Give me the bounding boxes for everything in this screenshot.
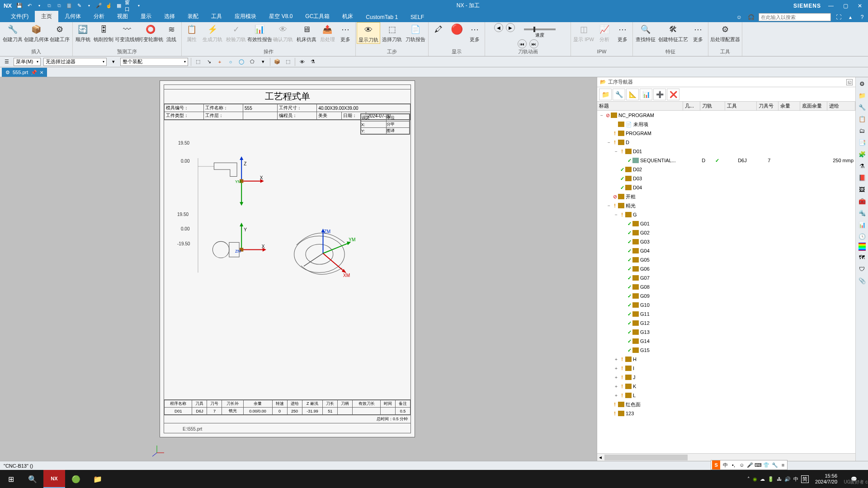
ime-menu[interactable]: ≡ [779, 462, 787, 468]
ext1-icon[interactable]: ✎ [75, 2, 83, 10]
col-stock[interactable]: 余量 [778, 102, 800, 110]
tray-vol-icon[interactable]: 🔊 [784, 476, 791, 482]
search-input[interactable] [759, 13, 831, 21]
dropdown-icon[interactable]: ▾ [35, 2, 43, 10]
minimize-button[interactable]: — [826, 2, 835, 9]
tree-row[interactable]: −⊘NC_PROGRAM [597, 111, 855, 120]
smiley-icon[interactable]: ☺ [735, 13, 743, 21]
ime-skin[interactable]: 👕 [762, 462, 770, 468]
ime-mic[interactable]: 🎤 [746, 462, 754, 468]
tray-ime1-icon[interactable]: 中 [793, 476, 798, 483]
tab-assembly[interactable]: 装配 [181, 11, 205, 22]
create-operation-button[interactable]: ⚙创建工序 [48, 22, 71, 43]
tab-geometry[interactable]: 几何体 [58, 11, 87, 22]
ime-punct[interactable]: •, [729, 462, 737, 468]
filter-combo[interactable]: 无选择过滤器▾ [43, 58, 107, 66]
ime-emoji[interactable]: ☺ [738, 462, 746, 468]
anim-prev-button[interactable]: ◀ [494, 23, 503, 32]
sel-icon-2[interactable]: ↘ [205, 58, 213, 66]
tray-nvidia-icon[interactable]: ◉ [753, 476, 757, 482]
copy-icon[interactable]: ⧉ [45, 2, 53, 10]
explorer-task-button[interactable]: 📁 [87, 470, 108, 488]
tray-ime2-icon[interactable]: 简 [801, 475, 809, 483]
tree-row[interactable]: ✓D04 [597, 183, 855, 192]
rb-10[interactable]: 🧰 [857, 196, 868, 206]
navigator-tree[interactable]: −⊘NC_PROGRAM📄 未用项!PROGRAM−!D−!D01✓SEQUEN… [597, 111, 855, 453]
graphics-viewport[interactable]: 工艺程式单 模具编号： 工件名称： 555 工件尺寸： 40.00X39.00X… [0, 77, 597, 461]
search-button[interactable]: 🔍 [22, 470, 43, 488]
tab-machine[interactable]: 机床 [336, 11, 359, 22]
col-path[interactable]: 刀轨 [700, 102, 725, 110]
feature-more-button[interactable]: ⋯更多 [689, 22, 707, 43]
layout-icon[interactable]: ▦ [115, 2, 123, 10]
rb-2[interactable]: 🔧 [857, 102, 868, 113]
rb-13[interactable]: 🕓 [857, 231, 868, 242]
sel-icon-11[interactable]: ⚗ [309, 58, 317, 66]
tree-row[interactable]: ✓G03 [597, 237, 855, 246]
rb-4[interactable]: 🗂 [857, 125, 868, 136]
menu-button[interactable]: 菜单(M)▾ [14, 58, 41, 66]
sel-icon-6[interactable]: ⬠ [248, 58, 256, 66]
sel-icon-7[interactable]: ▾ [259, 58, 267, 66]
fullscreen-icon[interactable]: ⛶ [835, 13, 843, 21]
tree-row[interactable]: !红色面 [597, 400, 855, 409]
rb-16[interactable]: 🛡 [857, 263, 868, 274]
sel-icon-10[interactable]: 👁 [298, 58, 306, 66]
taskbar-clock[interactable]: 15:56 2024/7/20UG爱好者 caoxuan [815, 473, 841, 485]
tree-row[interactable]: ✓G08 [597, 282, 855, 291]
undo-icon[interactable]: ↶ [25, 2, 33, 10]
tree-row[interactable]: ✓D02 [597, 165, 855, 174]
copy2-icon[interactable]: ⧉ [55, 2, 63, 10]
headset-icon[interactable]: 🎧 [747, 13, 755, 21]
nav-tool-1[interactable]: 📁 [599, 89, 612, 100]
toolpath-report-button[interactable]: 📄刀轨报告 [404, 22, 427, 43]
touch-icon[interactable]: ☝ [105, 2, 113, 10]
mic-icon[interactable]: 🎤 [95, 2, 103, 10]
tree-row[interactable]: !PROGRAM [597, 129, 855, 138]
tab-analysis[interactable]: 分析 [87, 11, 111, 22]
ime-toolbar[interactable]: S 中 •, ☺ 🎤 ⌨ 👕 🔧 ≡ [711, 460, 788, 470]
tree-row[interactable]: −!精光 [597, 201, 855, 210]
create-geometry-button[interactable]: 📦创建几何体 [24, 22, 48, 43]
tab-view[interactable]: 视图 [111, 11, 134, 22]
rb-7[interactable]: ⚗ [857, 160, 868, 171]
tree-row[interactable]: 📄 未用项 [597, 120, 855, 129]
sel-icon-4[interactable]: ○ [226, 58, 235, 66]
tree-row[interactable]: ⊘开粗 [597, 192, 855, 201]
ime-tool[interactable]: 🔧 [771, 462, 779, 468]
nx-task-button[interactable]: NX [43, 470, 65, 488]
tree-row[interactable]: +!J [597, 373, 855, 382]
sel-icon-5[interactable]: ◯ [237, 58, 245, 66]
nav-tool-4[interactable]: 📊 [640, 89, 652, 100]
tree-row[interactable]: +!I [597, 364, 855, 373]
tray-battery-icon[interactable]: 🔋 [768, 476, 774, 482]
tree-row[interactable]: ✓G06 [597, 264, 855, 273]
up-arrow-icon[interactable]: ▴ [846, 13, 854, 21]
rb-3[interactable]: 📋 [857, 113, 868, 124]
col-toolnum[interactable]: 刀具号 [757, 102, 778, 110]
filter-dropdown-icon[interactable]: ▾ [109, 58, 118, 66]
anim-first-button[interactable]: ⏮ [518, 39, 527, 48]
select-toolpath-button[interactable]: ⬚选择刀轨 [380, 22, 404, 43]
rb-settings-icon[interactable]: ⚙ [857, 78, 868, 89]
dropdown2-icon[interactable]: ▾ [85, 2, 93, 10]
highlighter-button[interactable]: 🖍 [429, 22, 448, 38]
tray-up-icon[interactable]: ˄ [747, 476, 750, 482]
tab-file[interactable]: 文件(F) [5, 11, 35, 22]
tree-row[interactable]: ✓D03 [597, 174, 855, 183]
nav-tool-3[interactable]: 📐 [626, 89, 639, 100]
nav-tool-5[interactable]: ➕ [653, 89, 666, 100]
display-more-button[interactable]: ⋯更多 [466, 22, 484, 43]
speed-slider[interactable]: 速度 [518, 23, 562, 38]
tab-application[interactable]: 应用模块 [228, 11, 263, 22]
tab-self[interactable]: SELF [404, 12, 430, 22]
close-tab-icon[interactable]: ✕ [40, 70, 43, 75]
tree-row[interactable]: −!G [597, 210, 855, 219]
assembly-combo[interactable]: 整个装配▾ [120, 58, 188, 66]
ime-lang[interactable]: 中 [721, 462, 729, 469]
sel-icon-1[interactable]: ⬚ [194, 58, 202, 66]
tab-home[interactable]: 主页 [35, 11, 58, 22]
streamline-button[interactable]: ≋流线 [162, 22, 180, 43]
rb-5[interactable]: 📑 [857, 137, 868, 148]
paste-icon[interactable]: 📋 [65, 2, 73, 10]
